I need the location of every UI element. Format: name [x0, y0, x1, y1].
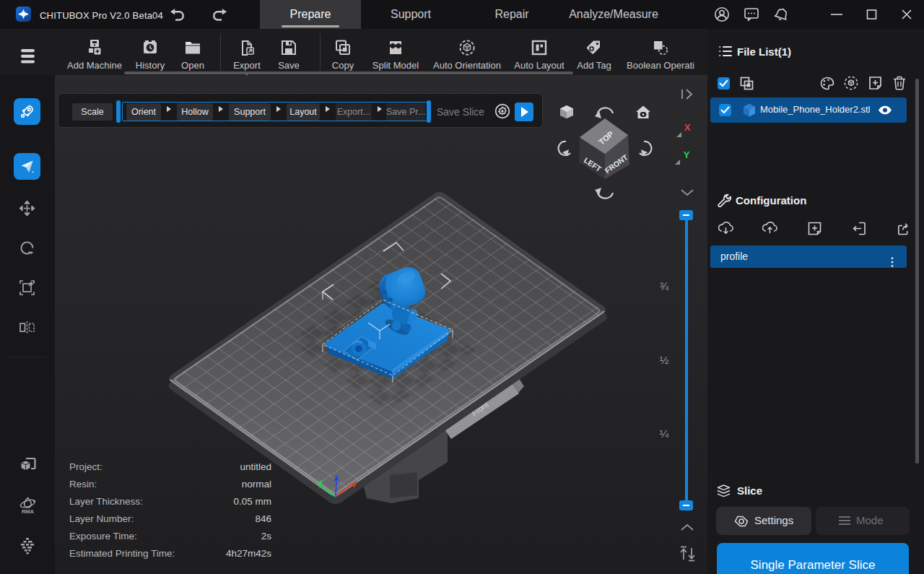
svg-text:X: X: [684, 122, 691, 133]
svg-text:Y: Y: [684, 149, 690, 160]
svg-text:RMA: RMA: [22, 508, 35, 515]
